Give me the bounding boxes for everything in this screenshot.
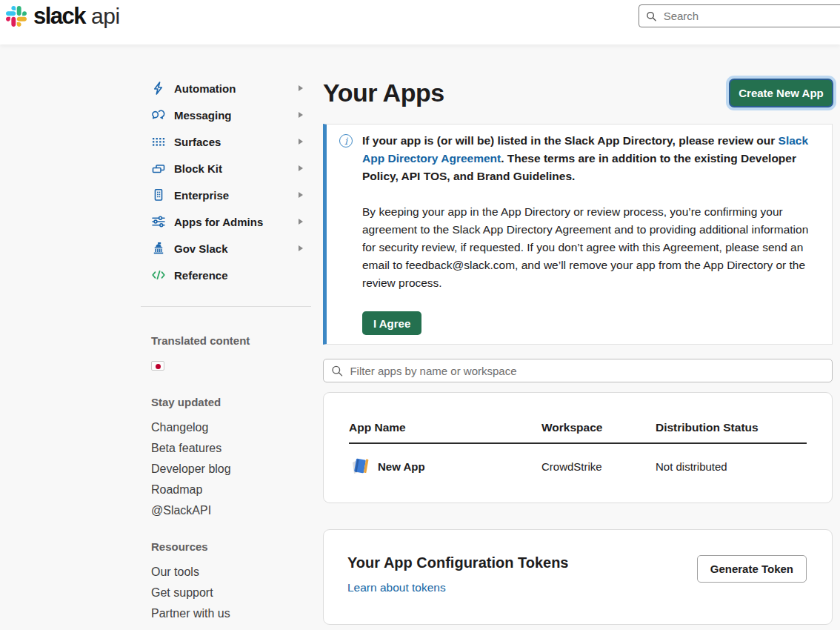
code-icon [151,268,166,282]
logo-text-slack: slack [33,5,85,27]
notice-paragraph-2: By keeping your app in the App Directory… [362,203,819,292]
table-header-rule [349,442,807,444]
grid-dots-icon [151,134,166,149]
slack-api-logo[interactable]: slack api [6,5,120,27]
page-title: Your Apps [323,79,444,107]
search-icon [331,365,343,377]
building-icon [151,188,166,202]
sidebar-nav: Automation Messaging Surfaces [141,75,311,288]
chevron-right-icon [299,85,303,91]
tokens-title: Your App Configuration Tokens [347,554,569,571]
government-building-icon [151,241,166,256]
sidebar-item-messaging[interactable]: Messaging [141,102,311,128]
sidebar-item-apps-for-admins[interactable]: Apps for Admins [141,208,311,235]
sidebar-link-roadmap[interactable]: Roadmap [151,483,202,497]
distribution-status-cell: Not distributed [656,460,807,473]
chevron-right-icon [299,165,303,171]
top-header: slack api [0,0,840,44]
sidebar-link-beta-features[interactable]: Beta features [151,442,221,455]
search-input[interactable] [662,9,840,23]
i-agree-button[interactable]: I Agree [362,311,421,335]
translated-content-heading: Translated content [151,334,250,347]
resources-heading: Resources [151,540,208,553]
sidebar-item-reference[interactable]: Reference [141,262,311,288]
chat-bubbles-icon [151,107,166,122]
column-workspace: Workspace [541,421,656,434]
chevron-right-icon [299,112,303,118]
column-app-name: App Name [349,421,541,434]
sidebar-link-partner-with-us[interactable]: Partner with us [151,607,230,620]
column-distribution-status: Distribution Status [656,421,807,434]
sidebar-item-gov-slack[interactable]: Gov Slack [141,235,311,262]
sidebar-link-developer-blog[interactable]: Developer blog [151,462,231,476]
app-configuration-tokens-card: Your App Configuration Tokens Learn abou… [323,529,833,625]
logo-text-api: api [91,5,120,27]
filter-apps-box[interactable] [323,359,833,382]
learn-about-tokens-link[interactable]: Learn about tokens [347,581,446,594]
stay-updated-heading: Stay updated [151,396,221,408]
table-row[interactable]: New App CrowdStrike Not distributed [349,452,807,480]
sidebar-link-changelog[interactable]: Changelog [151,421,208,434]
filter-apps-input[interactable] [348,364,824,378]
sidebar-item-surfaces[interactable]: Surfaces [141,128,311,155]
sidebar-item-block-kit[interactable]: Block Kit [141,155,311,182]
workspace-cell: CrowdStrike [541,460,656,473]
chevron-right-icon [299,219,303,225]
app-name-link[interactable]: New App [378,460,425,473]
sidebar-link-get-support[interactable]: Get support [151,586,213,600]
global-search[interactable] [639,4,840,27]
search-icon [646,10,657,22]
sidebar-link-slackapi[interactable]: @SlackAPI [151,504,211,517]
sidebar-divider [141,306,311,307]
slack-logo-icon [6,6,27,27]
generate-token-button[interactable]: Generate Token [697,555,807,583]
apps-table-card: App Name Workspace Distribution Status N… [323,392,833,503]
apps-table-header: App Name Workspace Distribution Status [349,421,807,434]
sidebar-item-enterprise[interactable]: Enterprise [141,182,311,208]
sliders-icon [151,214,166,229]
chevron-right-icon [299,192,303,198]
create-new-app-button[interactable]: Create New App [729,79,833,107]
sidebar-link-our-tools[interactable]: Our tools [151,566,199,579]
bolt-icon [151,81,166,96]
chevron-right-icon [299,245,303,251]
chevron-right-icon [299,139,303,145]
notice-paragraph-1: If your app is (or will be) listed in th… [362,132,819,185]
japan-flag-icon[interactable] [151,361,164,371]
app-books-icon [349,456,371,477]
info-icon: i [339,134,353,147]
sidebar-item-automation[interactable]: Automation [141,75,311,102]
app-directory-notice: i If your app is (or will be) listed in … [323,124,833,345]
blocks-icon [151,161,166,176]
